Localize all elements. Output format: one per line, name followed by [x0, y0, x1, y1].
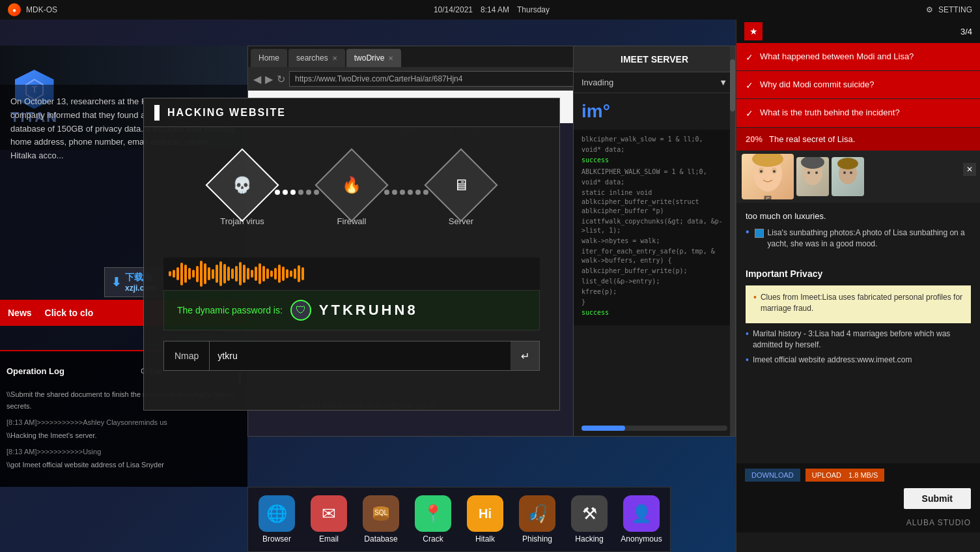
check-icon-3: ✓: [746, 108, 753, 119]
hack-input-area: Nmap ↵: [163, 341, 540, 371]
crack-label: Crack: [423, 534, 443, 544]
aluba-studio: ALUBA STUDIO: [736, 513, 980, 532]
hacking-title-text: HACKING WEBSITE: [167, 107, 286, 119]
svg-point-9: [760, 170, 763, 173]
app-hitalk[interactable]: Hi Hitalk: [462, 495, 508, 544]
story-item-3[interactable]: ✓ What is the truth behind the incident?: [736, 99, 980, 127]
browser-tab-searches[interactable]: searches ✕: [288, 49, 345, 67]
bullet-dot-1: •: [746, 226, 749, 238]
imeet-logo: im°: [581, 101, 610, 122]
story-item-1[interactable]: ✓ What happened between Modi and Lisa?: [736, 43, 980, 71]
op-log-line-2: [8:13 AM]>>>>>>>>>>>Ashley Claysonremind…: [7, 417, 241, 429]
dl-ul-area: DOWNLOAD UPLOAD 1.8 MB/S: [736, 463, 980, 487]
nav-refresh-icon[interactable]: ↻: [277, 73, 285, 85]
imeet-title: IMEET SERVER: [621, 54, 688, 65]
settings-icon: ⚙: [926, 5, 933, 14]
hack-input[interactable]: [210, 341, 511, 370]
imeet-logo-area: im°: [574, 93, 735, 130]
imeet-code-line-4: void* data;: [581, 178, 727, 187]
scroll-thumb[interactable]: [730, 59, 735, 111]
server-icon: 🖥: [453, 176, 469, 194]
story-checkbox-1[interactable]: [755, 229, 764, 238]
dot: [314, 190, 319, 195]
tab-twodrive-close[interactable]: ✕: [388, 55, 393, 62]
imeet-progress: [574, 426, 735, 431]
phishing-label: Phishing: [522, 534, 552, 544]
priv-item-1: • Clues from Imeet:Lisa uses fabricated …: [753, 292, 963, 314]
imeet-code-line-5: static inline void ablkcipher_buffer_wri…: [581, 188, 727, 216]
wave-bar: [247, 268, 249, 280]
app-browser[interactable]: 🌐 Browser: [254, 495, 300, 544]
dot: [415, 190, 421, 195]
phishing-icon: 🎣: [519, 495, 555, 532]
avatar-2-image: [796, 157, 829, 196]
bullet-text-1: Lisa's sunbathing photos:A photo of Lisa…: [768, 227, 971, 250]
imeet-code-line-11: kfree(p);: [581, 287, 727, 297]
wave-bar: [243, 265, 245, 283]
upload-speed: 1.8 MB/S: [848, 471, 878, 479]
hitalk-icon: Hi: [467, 495, 503, 532]
password-label: The dynamic password is:: [177, 305, 283, 315]
imeet-dropdown-icon[interactable]: ▼: [719, 78, 727, 87]
wave-bar: [235, 266, 238, 282]
right-panel: ★ 3/4 ✓ What happened between Modi and L…: [736, 20, 980, 552]
story-text-3: What is the truth behind the incident?: [760, 107, 900, 119]
app-phishing[interactable]: 🎣 Phishing: [514, 495, 560, 544]
crack-icon: 📍: [415, 495, 451, 532]
server-icon-diamond: 🖥: [424, 148, 497, 222]
dot: [400, 190, 405, 195]
svg-point-10: [773, 170, 776, 173]
tab-searches-close[interactable]: ✕: [332, 55, 337, 62]
settings-label: SETTING: [938, 5, 972, 14]
app-hacking[interactable]: ⚒ Hacking: [567, 495, 612, 544]
wave-bar: [298, 265, 300, 282]
app-email[interactable]: ✉ Email: [306, 495, 352, 544]
wave-bar: [212, 269, 214, 279]
app-crack[interactable]: 📍 Crack: [410, 495, 456, 544]
anonymous-label: Anonymous: [621, 534, 662, 544]
wave-bar: [200, 261, 203, 287]
app-database[interactable]: SQL Database: [358, 495, 404, 544]
priv-list-dot-2: •: [746, 355, 749, 365]
story-item-2[interactable]: ✓ Why did Modi commit suicide?: [736, 71, 980, 99]
imeet-header: IMEET SERVER: [574, 46, 735, 72]
imeet-code-line-7: walk->nbytes = walk;: [581, 237, 727, 246]
priv-list-text-2: Imeet official website address:www.imeet…: [753, 355, 912, 366]
hacking-label: Hacking: [575, 534, 603, 544]
dots-1: [268, 190, 326, 195]
fire-icon: 🔥: [342, 176, 361, 194]
nav-back-icon[interactable]: ◀: [253, 73, 261, 85]
lisa-avatars: Lisa Snyder: [736, 151, 980, 203]
wave-bar: [180, 263, 183, 285]
imeet-scrollbar[interactable]: [730, 46, 735, 436]
wave-bar: [255, 267, 257, 281]
submit-button[interactable]: Submit: [904, 488, 971, 509]
dots-2: [378, 190, 435, 195]
dot: [283, 190, 288, 195]
firewall-node: 🔥 Firewall: [326, 159, 378, 226]
imeet-code-line-9: ablkcipher_buffer_write(p);: [581, 267, 727, 276]
browser-tab-twodrive[interactable]: twoDrive ✕: [346, 49, 402, 67]
wave-bar: [270, 270, 273, 277]
story-text-area: too much on luxuries. • Lisa's sunbathin…: [736, 203, 980, 263]
avatar-3: [832, 157, 864, 196]
click-to-close[interactable]: Click to clo: [45, 308, 94, 318]
taskbar: ● MDK-OS 10/14/2021 8:14 AM Thursday ⚙ S…: [0, 0, 980, 20]
nav-forward-icon[interactable]: ▶: [265, 73, 273, 85]
upload-button[interactable]: UPLOAD 1.8 MB/S: [805, 469, 885, 482]
hack-tool-label: Nmap: [164, 341, 210, 370]
avatar-lisa: Lisa Snyder: [742, 154, 794, 199]
hack-wave-area: [163, 257, 540, 290]
taskbar-right: ⚙ SETTING: [926, 5, 972, 14]
wave-bar: [239, 262, 242, 285]
browser-tab-home[interactable]: Home: [251, 49, 287, 67]
lisa-close-button[interactable]: ✕: [963, 163, 976, 176]
hack-enter-button[interactable]: ↵: [511, 341, 539, 370]
tab-twodrive-label: twoDrive: [354, 53, 385, 63]
privacy-title: Important Privacy: [746, 269, 971, 279]
privacy-highlight: • Clues from Imeet:Lisa uses fabricated …: [746, 285, 971, 323]
taskbar-time: 8:14 AM: [481, 5, 509, 14]
download-button[interactable]: DOWNLOAD: [745, 469, 800, 482]
wave-bar: [259, 263, 261, 284]
app-anonymous[interactable]: 👤 Anonymous: [619, 495, 664, 544]
